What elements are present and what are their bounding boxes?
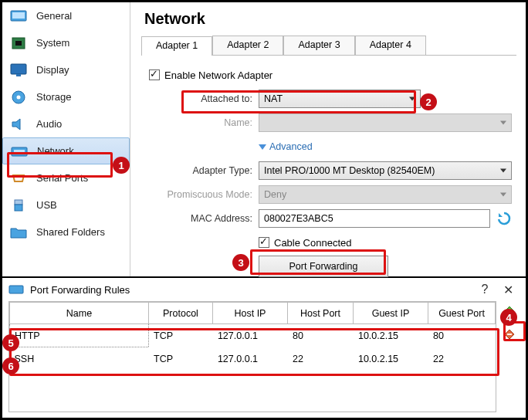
sidebar-item-label: USB [36,199,57,211]
folder-icon [8,224,29,241]
svg-rect-4 [11,64,26,74]
cell-guest-ip[interactable]: 10.0.2.15 [353,324,428,347]
sidebar-item-serial-ports[interactable]: Serial Ports [2,164,130,191]
network-icon [8,283,24,296]
cable-connected-checkbox[interactable] [259,237,269,248]
cable-connected-label: Cable Connected [274,237,351,249]
network-icon [9,143,29,160]
sidebar-item-general[interactable]: General [2,2,130,29]
sidebar-item-network[interactable]: Network [2,137,130,164]
tab-adapter-1[interactable]: Adapter 1 [141,36,212,56]
network-settings-panel: Network Adapter 1 Adapter 2 Adapter 3 Ad… [130,2,526,276]
promisc-combo: Deny [259,185,512,204]
refresh-mac-button[interactable] [496,211,512,226]
enable-adapter-checkbox[interactable] [149,69,160,80]
cell-name[interactable]: HTTP [10,324,149,347]
advanced-disclosure[interactable]: Advanced [259,141,313,152]
mac-address-value: 080027E3ABC5 [264,213,333,224]
port-forwarding-table: Name Protocol Host IP Host Port Guest IP… [8,301,496,412]
col-guest-port[interactable]: Guest Port [428,303,496,324]
cell-host-port[interactable]: 22 [288,347,354,371]
mac-label: MAC Address: [144,213,259,224]
svg-rect-9 [14,150,25,154]
sidebar-item-label: System [36,37,69,49]
cell-guest-port[interactable]: 80 [428,324,496,347]
col-host-ip[interactable]: Host IP [212,303,287,324]
tab-adapter-3[interactable]: Adapter 3 [283,36,354,55]
display-icon [8,62,29,79]
chevron-down-icon [500,169,506,173]
tab-adapter-4[interactable]: Adapter 4 [355,36,426,55]
storage-icon [8,89,29,106]
attached-to-combo[interactable]: NAT [259,90,421,108]
col-protocol[interactable]: Protocol [149,303,213,324]
sidebar-item-storage[interactable]: Storage [2,83,130,110]
sidebar-item-label: Audio [36,118,62,130]
cell-guest-ip[interactable]: 10.0.2.15 [353,347,428,371]
cell-protocol[interactable]: TCP [149,347,213,371]
svg-rect-10 [15,200,22,205]
sidebar-item-label: General [36,10,72,22]
svg-rect-1 [12,12,25,19]
svg-rect-3 [15,41,22,46]
svg-rect-5 [16,74,21,76]
annotation-badge: 6 [2,357,19,374]
sidebar-item-label: Shared Folders [36,226,105,238]
svg-point-7 [17,95,21,99]
adapter-type-label: Adapter Type: [144,165,259,176]
sidebar-item-label: Serial Ports [36,172,88,184]
cell-host-port[interactable]: 80 [288,324,354,347]
name-combo [259,113,512,132]
annotation-badge: 1 [113,157,130,174]
port-forwarding-label: Port Forwarding [289,261,358,272]
annotation-badge: 4 [500,309,517,326]
chip-icon [8,35,29,52]
sidebar-item-label: Display [36,64,69,76]
table-row[interactable]: HTTP TCP 127.0.0.1 80 10.0.2.15 80 [10,324,496,347]
tab-adapter-2[interactable]: Adapter 2 [212,36,283,55]
chevron-down-icon [409,97,415,101]
sidebar-item-system[interactable]: System [2,29,130,56]
usb-icon [8,197,29,214]
promisc-label: Promiscuous Mode: [144,189,259,200]
sidebar-item-display[interactable]: Display [2,56,130,83]
col-name[interactable]: Name [10,303,149,324]
attached-to-value: NAT [264,93,283,104]
adapter-type-combo[interactable]: Intel PRO/1000 MT Desktop (82540EM) [259,161,512,180]
cell-protocol[interactable]: TCP [149,324,213,347]
sidebar-item-label: Network [37,145,74,157]
help-button[interactable]: ? [473,283,496,296]
name-label: Name: [144,117,259,128]
advanced-label: Advanced [269,141,313,152]
general-icon [8,8,29,25]
port-forwarding-title: Port Forwarding Rules [30,284,130,296]
cell-host-ip[interactable]: 127.0.0.1 [212,324,287,347]
cell-host-ip[interactable]: 127.0.0.1 [212,347,287,371]
cell-guest-port[interactable]: 22 [428,347,496,371]
adapter-type-value: Intel PRO/1000 MT Desktop (82540EM) [264,165,435,176]
chevron-down-icon [500,121,506,125]
audio-icon [8,116,29,133]
sidebar-item-shared-folders[interactable]: Shared Folders [2,218,130,246]
triangle-down-icon [259,144,266,150]
port-forwarding-dialog: Port Forwarding Rules ? ✕ Name Protocol … [2,278,526,417]
table-row[interactable]: SSH TCP 127.0.0.1 22 10.0.2.15 22 [10,347,496,371]
svg-rect-11 [15,205,22,211]
adapter-tabs: Adapter 1 Adapter 2 Adapter 3 Adapter 4 [141,36,516,56]
sidebar-item-usb[interactable]: USB [2,191,130,218]
annotation-badge: 3 [232,254,249,271]
enable-adapter-label: Enable Network Adapter [164,69,272,81]
annotation-badge: 2 [420,93,437,110]
remove-rule-button[interactable] [501,327,518,344]
sidebar-item-audio[interactable]: Audio [2,110,130,137]
chevron-down-icon [500,193,506,197]
cell-name[interactable]: SSH [10,347,149,371]
svg-rect-12 [9,286,23,293]
mac-address-input[interactable]: 080027E3ABC5 [259,209,490,228]
settings-sidebar: General System Display Storage Audio Net… [2,2,130,276]
close-button[interactable]: ✕ [496,283,520,297]
attached-to-label: Attached to: [144,93,259,104]
col-host-port[interactable]: Host Port [288,303,354,324]
port-forwarding-button[interactable]: Port Forwarding [259,256,388,277]
col-guest-ip[interactable]: Guest IP [353,303,428,324]
